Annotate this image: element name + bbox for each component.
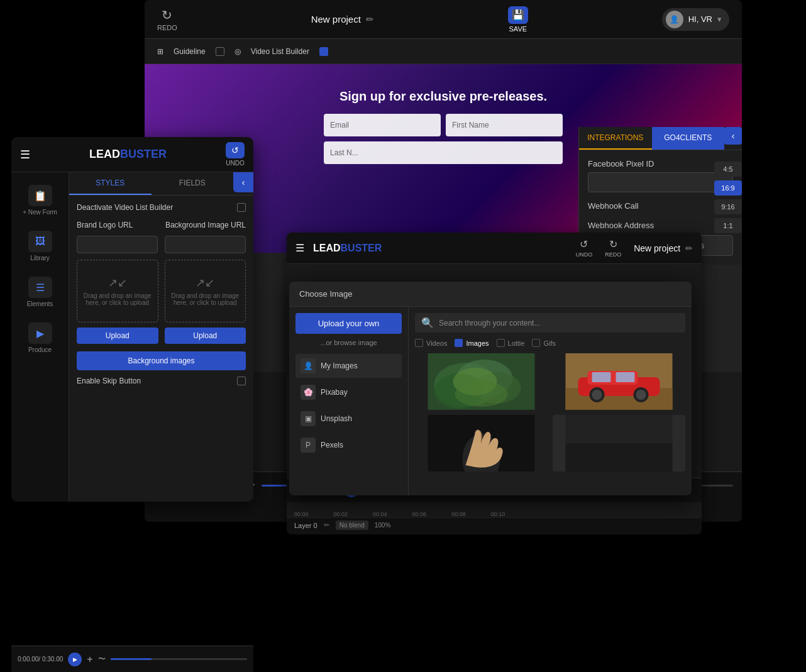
email-input-mock: Email <box>324 114 441 136</box>
upload-own-button[interactable]: Upload your own <box>295 313 402 334</box>
images-checkbox[interactable] <box>455 339 463 347</box>
sidebar-item-new-form[interactable]: 📋 + New Form <box>15 179 65 222</box>
upload-button-right[interactable]: Upload <box>165 328 246 344</box>
produce-icon: ▶ <box>28 322 52 344</box>
save-icon: 💾 <box>508 6 528 24</box>
panel-close-button[interactable]: ‹ <box>233 172 253 192</box>
aspect-1-1[interactable]: 1:1 <box>714 218 742 233</box>
sidebar-label-elements: Elements <box>27 300 53 307</box>
background-images-button[interactable]: Background images <box>77 351 246 370</box>
front-play-button[interactable]: ▶ <box>68 653 82 666</box>
sidebar-item-library[interactable]: 🖼 Library <box>15 224 65 268</box>
bg-image-input[interactable] <box>165 236 246 253</box>
url-labels-row: Brand Logo URL Background Image URL <box>77 221 246 229</box>
ruler-mark-10: 00:10 <box>491 511 505 517</box>
bw2-undo-button[interactable]: ↺ UNDO <box>576 238 593 258</box>
undo-button[interactable]: ↺ UNDO <box>226 142 245 167</box>
source-pexels[interactable]: P Pexels <box>295 433 402 457</box>
upload-col-left: ↗↙ Drag and drop an image here, or click… <box>77 260 158 344</box>
integrations-close-btn[interactable]: ‹ <box>724 127 742 145</box>
hamburger-icon[interactable]: ☰ <box>20 148 30 162</box>
bw2-layer-row: Layer 0 ✏ No blend 100% <box>287 517 702 532</box>
leafy-image-svg <box>415 353 548 410</box>
sidebar-item-elements[interactable]: ☰ Elements <box>15 270 65 314</box>
lastname-input-mock: Last N... <box>324 141 563 164</box>
skip-label: Enable Skip Button <box>77 377 141 385</box>
image-thumb-3[interactable] <box>415 415 548 471</box>
upload-box-right[interactable]: ↗↙ Drag and drop an image here, or click… <box>165 260 246 322</box>
right-panel: STYLES FIELDS ‹ Deactivate Video List Bu… <box>69 172 253 502</box>
aspect-9-16[interactable]: 9:16 <box>714 199 742 214</box>
front-timeline: 0:00.00/ 0:30.00 ▶ + 〜 <box>11 646 253 672</box>
source-pixabay[interactable]: 🌸 Pixabay <box>295 380 402 404</box>
guideline-checkbox[interactable] <box>216 47 224 56</box>
left-sidebar: 📋 + New Form 🖼 Library ☰ Elements ▶ Prod… <box>11 172 69 502</box>
edit-icon[interactable]: ✏ <box>366 14 374 25</box>
tab-styles[interactable]: STYLES <box>69 172 152 195</box>
bw2-topbar: ☰ LEADBUSTER ↺ UNDO ↻ REDO New project ✏ <box>287 233 702 264</box>
pixabay-icon: 🌸 <box>301 385 316 400</box>
form-inputs-row: Email First Name <box>324 114 563 136</box>
tab-fields[interactable]: FIELDS <box>152 172 234 195</box>
modal-title: Choose Image <box>299 289 353 299</box>
tab-integrations[interactable]: INTEGRATIONS <box>579 127 652 150</box>
my-images-icon: 👤 <box>301 358 316 373</box>
front-timeline-bar <box>111 658 247 660</box>
video-list-checkbox[interactable] <box>319 47 328 56</box>
bw2-redo-button[interactable]: ↻ REDO <box>605 238 621 258</box>
filter-gifs[interactable]: Gifs <box>532 339 556 347</box>
search-input[interactable]: Search through your content... <box>439 319 679 328</box>
unsplash-label: Unsplash <box>321 414 352 423</box>
filter-images[interactable]: Images <box>455 339 489 347</box>
image-thumb-4[interactable] <box>553 415 685 471</box>
upload-box-left[interactable]: ↗↙ Drag and drop an image here, or click… <box>77 260 158 322</box>
grid-icon: ⊞ <box>157 47 163 56</box>
back-topbar: ↻ REDO New project ✏ 💾 SAVE 👤 HI, VR ▾ <box>145 0 742 39</box>
unsplash-icon: ▣ <box>301 411 316 426</box>
aspect-16-9[interactable]: 16:9 <box>714 180 742 196</box>
bw2-edit-icon[interactable]: ✏ <box>685 243 693 253</box>
layer-edit-icon[interactable]: ✏ <box>324 521 329 529</box>
facebook-pixel-label: Facebook Pixel ID <box>588 159 733 168</box>
filter-lottie[interactable]: Lottie <box>497 339 525 347</box>
source-my-images[interactable]: 👤 My Images <box>295 354 402 378</box>
skip-checkbox[interactable] <box>237 377 246 385</box>
webhook-address-label: Webhook Address <box>588 221 733 230</box>
bw2-logo: LEADBUSTER <box>313 243 382 254</box>
layer-label: Layer 0 <box>294 522 317 529</box>
source-unsplash[interactable]: ▣ Unsplash <box>295 407 402 431</box>
facebook-pixel-input[interactable] <box>588 172 733 192</box>
deactivate-checkbox[interactable] <box>237 203 246 212</box>
save-button[interactable]: 💾 SAVE <box>508 6 528 33</box>
brand-logo-input[interactable] <box>77 236 158 253</box>
front-window: ☰ LEADBUSTER ↺ UNDO 📋 + New Form 🖼 Libra… <box>11 137 253 502</box>
elements-icon: ☰ <box>28 277 52 298</box>
form-title: Sign up for exclusive pre-releases. <box>324 89 563 104</box>
deactivate-row: Deactivate Video List Builder <box>77 203 246 212</box>
image-thumb-2[interactable] <box>553 353 685 410</box>
lottie-checkbox[interactable] <box>497 339 505 347</box>
tab-go4clients[interactable]: GO4CLIENTS <box>652 127 725 150</box>
sidebar-item-produce[interactable]: ▶ Produce <box>15 316 65 360</box>
bw2-timeline-ruler: 00:00 00:02 00:04 00:06 00:08 00:10 <box>287 502 702 517</box>
image-thumb-1[interactable] <box>415 353 548 410</box>
hand-image-svg <box>415 415 548 471</box>
front-add-icon[interactable]: + <box>87 654 92 665</box>
car-image-svg <box>553 353 685 410</box>
upload-col-right: ↗↙ Drag and drop an image here, or click… <box>165 260 246 344</box>
user-badge[interactable]: 👤 HI, VR ▾ <box>662 8 729 31</box>
upload-button-left[interactable]: Upload <box>77 328 158 344</box>
bw2-hamburger-icon[interactable]: ☰ <box>295 242 304 254</box>
filter-tabs: Videos Images Lottie Gifs <box>415 339 685 347</box>
image-grid <box>415 353 685 471</box>
blend-badge: No blend <box>336 521 368 530</box>
videos-checkbox[interactable] <box>415 339 423 347</box>
redo-button[interactable]: ↻ REDO <box>157 8 177 31</box>
search-row: 🔍 Search through your content... <box>415 313 685 333</box>
front-wave-icon: 〜 <box>98 654 106 664</box>
brand-logo-label: Brand Logo URL <box>77 221 133 229</box>
aspect-4-5[interactable]: 4:5 <box>714 162 742 177</box>
guideline-bar: ⊞ Guideline ◎ Video List Builder <box>145 39 742 64</box>
gifs-checkbox[interactable] <box>532 339 540 347</box>
filter-videos[interactable]: Videos <box>415 339 447 347</box>
